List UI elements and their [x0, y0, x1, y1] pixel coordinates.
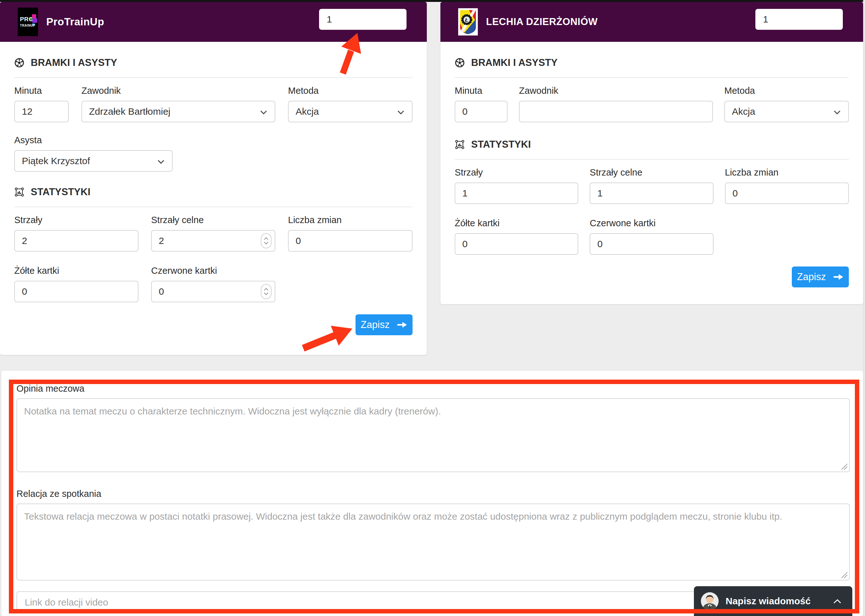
lechia-crest-icon: Ł — [458, 8, 478, 36]
statistics-icon — [14, 187, 24, 197]
goals-section-header: BRAMKI I ASYSTY — [14, 57, 413, 68]
chevron-down-icon — [397, 110, 404, 115]
stats-section-header: STATYSTYKI — [14, 186, 413, 198]
away-shots-on-target-input[interactable] — [590, 182, 713, 204]
home-player-value: Zdrzałek Bartłomiej — [89, 106, 171, 117]
goals-section-title: BRAMKI I ASYSTY — [31, 57, 117, 68]
match-opinion-textarea[interactable] — [16, 398, 850, 472]
home-shots-input[interactable] — [14, 230, 138, 251]
away-score-input[interactable] — [755, 9, 843, 30]
home-red-cards-input[interactable] — [151, 281, 275, 302]
home-team-name: ProTrainUp — [46, 16, 104, 28]
soccer-ball-icon — [14, 58, 24, 68]
logo-text-bottom: TRAINUP — [20, 24, 36, 27]
home-team-panel: PRO TRAINUP ProTrainUp BRAMKI I ASYSTY M… — [0, 2, 427, 355]
home-player-select[interactable]: Zdrzałek Bartłomiej — [82, 101, 275, 122]
home-method-select[interactable]: Akcja — [288, 101, 413, 122]
divider — [14, 207, 413, 207]
home-substitutions-input[interactable] — [288, 230, 413, 251]
player-label: Zawodnik — [82, 86, 275, 96]
stats-section-title: STATYSTYKI — [31, 186, 90, 198]
match-opinion-label: Opinia meczowa — [16, 383, 850, 394]
shots-on-target-label: Strzały celne — [151, 215, 275, 226]
away-red-cards-input[interactable] — [590, 233, 713, 255]
logo-green-square — [30, 18, 32, 20]
red-cards-label: Czerwone kartki — [590, 218, 713, 229]
away-save-button[interactable]: Zapisz — [792, 267, 849, 288]
chevron-down-icon — [260, 110, 267, 115]
method-label: Metoda — [288, 86, 413, 96]
substitutions-label: Liczba zmian — [288, 215, 413, 226]
match-report-textarea[interactable] — [16, 503, 850, 580]
page-scrollbar[interactable] — [863, 0, 865, 616]
away-player-select[interactable] — [519, 101, 713, 122]
home-save-button[interactable]: Zapisz — [355, 314, 413, 335]
stats-section-title: STATYSTYKI — [471, 139, 531, 150]
resize-grip-icon[interactable] — [840, 570, 848, 578]
save-button-label: Zapisz — [361, 319, 389, 330]
chevron-down-icon — [157, 160, 165, 164]
away-method-select[interactable]: Akcja — [724, 101, 849, 122]
save-button-label: Zapisz — [797, 271, 826, 283]
home-score-input[interactable] — [319, 9, 407, 30]
chat-widget[interactable]: Napisz wiadomość — [694, 586, 852, 616]
home-minute-input[interactable] — [14, 101, 69, 122]
away-team-header: Ł LECHIA DZIERŻONIÓW — [440, 2, 863, 42]
chat-widget-label: Napisz wiadomość — [725, 596, 810, 607]
arrow-right-icon — [833, 273, 844, 281]
away-team-name: LECHIA DZIERŻONIÓW — [486, 16, 598, 28]
shots-label: Strzały — [14, 215, 138, 226]
svg-text:Ł: Ł — [465, 17, 468, 23]
number-spinner[interactable] — [261, 233, 272, 248]
protrainup-logo-icon: PRO TRAINUP — [18, 8, 38, 36]
goals-section-header: BRAMKI I ASYSTY — [455, 57, 849, 68]
chevron-down-icon — [834, 110, 841, 115]
home-method-value: Akcja — [296, 106, 319, 117]
yellow-cards-label: Żółte kartki — [14, 266, 138, 276]
spinner-down-icon[interactable] — [264, 292, 268, 295]
away-team-panel: Ł LECHIA DZIERŻONIÓW BRAMKI I ASYSTY Min… — [440, 2, 863, 304]
chevron-up-icon[interactable] — [833, 599, 841, 603]
logo-violet-square — [32, 18, 37, 23]
away-minute-input[interactable] — [455, 101, 508, 122]
divider — [455, 159, 849, 160]
chat-avatar — [701, 592, 719, 610]
home-assist-value: Piątek Krzysztof — [22, 156, 90, 167]
home-team-header: PRO TRAINUP ProTrainUp — [0, 2, 427, 42]
spinner-down-icon[interactable] — [264, 242, 268, 244]
top-black-strip — [0, 0, 865, 2]
away-shots-input[interactable] — [455, 182, 578, 204]
away-yellow-cards-input[interactable] — [455, 233, 578, 255]
divider — [455, 77, 849, 78]
shots-label: Strzały — [455, 167, 578, 178]
divider — [14, 77, 413, 78]
spinner-up-icon[interactable] — [264, 288, 268, 291]
player-label: Zawodnik — [519, 86, 713, 96]
minute-label: Minuta — [455, 86, 508, 96]
minute-label: Minuta — [14, 86, 69, 96]
away-method-value: Akcja — [732, 106, 755, 117]
red-cards-label: Czerwone kartki — [151, 266, 275, 276]
logo-pink-square — [32, 14, 36, 18]
arrow-right-icon — [397, 321, 407, 328]
stats-section-header: STATYSTYKI — [455, 139, 849, 150]
home-yellow-cards-input[interactable] — [14, 281, 138, 302]
statistics-icon — [455, 140, 465, 149]
yellow-cards-label: Żółte kartki — [455, 218, 578, 229]
goals-section-title: BRAMKI I ASYSTY — [471, 57, 558, 68]
number-spinner[interactable] — [261, 284, 272, 299]
substitutions-label: Liczba zmian — [725, 167, 849, 178]
match-report-label: Relacja ze spotkania — [16, 489, 850, 499]
method-label: Metoda — [724, 86, 849, 96]
soccer-ball-icon — [455, 58, 465, 68]
spinner-up-icon[interactable] — [264, 237, 268, 240]
away-substitutions-input[interactable] — [725, 182, 849, 204]
home-assist-select[interactable]: Piątek Krzysztof — [14, 150, 173, 172]
shots-on-target-label: Strzały celne — [590, 167, 713, 178]
match-notes-panel: Opinia meczowa Relacja ze spotkania — [1, 371, 863, 616]
assist-label: Asysta — [14, 135, 173, 146]
home-shots-on-target-input[interactable] — [151, 230, 275, 251]
resize-grip-icon[interactable] — [840, 462, 848, 470]
